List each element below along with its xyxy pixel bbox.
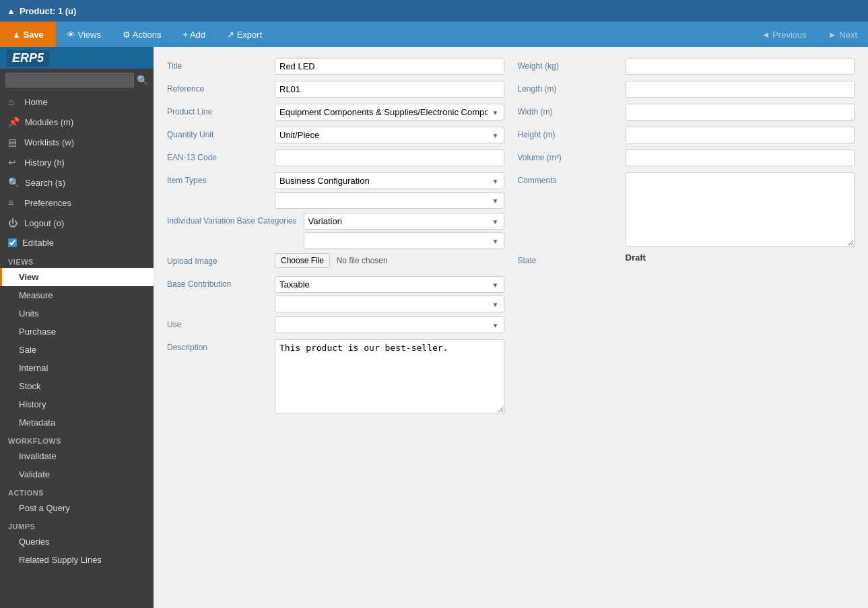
width-label: Width (m) <box>518 104 626 116</box>
sidebar-item-sale[interactable]: Sale <box>0 341 154 359</box>
sidebar-item-search[interactable]: 🔍 Search (s) <box>0 172 154 193</box>
length-row: Length (m) <box>518 81 855 100</box>
sidebar-item-worklists[interactable]: ▤ Worklists (w) <box>0 132 154 152</box>
length-label: Length (m) <box>518 81 626 94</box>
form-right-column: Weight (kg) Length (m) Width (m) <box>518 58 855 419</box>
modules-icon: 📌 <box>8 116 20 127</box>
search-input[interactable] <box>5 73 134 88</box>
ean13-input[interactable] <box>275 149 504 166</box>
volume-row: Volume (m³) <box>518 149 855 168</box>
sidebar-item-worklists-label: Worklists (w) <box>24 137 74 147</box>
reference-input[interactable] <box>275 81 504 98</box>
sidebar-item-preferences[interactable]: ≡ Preferences <box>0 193 154 213</box>
choose-file-button[interactable]: Choose File <box>275 253 330 268</box>
sidebar-item-internal[interactable]: Internal <box>0 359 154 377</box>
sidebar-item-queries[interactable]: Queries <box>0 533 154 551</box>
sidebar: ERP5 🔍 ⌂ Home 📌 Modules (m) ▤ Worklists … <box>0 47 154 608</box>
quantity-unit-select[interactable]: Unit/Piece <box>275 127 504 143</box>
logout-icon: ⏻ <box>8 217 19 228</box>
reference-field <box>275 81 504 98</box>
use-row: Use ▼ <box>167 316 504 335</box>
sidebar-item-modules[interactable]: 📌 Modules (m) <box>0 112 154 132</box>
comments-label: Comments <box>518 172 626 185</box>
sidebar-item-purchase[interactable]: Purchase <box>0 323 154 341</box>
item-types-select-1[interactable]: Business Configuration <box>275 172 504 189</box>
section-actions-label: ACTIONS <box>0 483 154 499</box>
product-line-row: Product Line Equipment Components & Supp… <box>167 104 504 123</box>
sidebar-editable-item: Editable <box>0 233 154 252</box>
sidebar-item-view[interactable]: View <box>0 268 154 286</box>
sidebar-editable-label: Editable <box>22 238 54 248</box>
sidebar-item-logout-label: Logout (o) <box>24 218 64 228</box>
sidebar-item-invalidate[interactable]: Invalidate <box>0 447 154 465</box>
sidebar-item-metadata[interactable]: Metadata <box>0 413 154 432</box>
sidebar-item-search-label: Search (s) <box>25 178 65 188</box>
form-grid: Title Reference Product Line <box>167 58 855 419</box>
form-left-column: Title Reference Product Line <box>167 58 504 419</box>
use-select[interactable] <box>275 316 504 333</box>
sidebar-item-history[interactable]: History <box>0 395 154 413</box>
height-field <box>626 127 855 143</box>
sidebar-item-history-label: History (h) <box>24 158 65 168</box>
height-input[interactable] <box>626 127 855 143</box>
title-field <box>275 58 504 75</box>
actions-button[interactable]: ⚙ Actions <box>112 22 172 47</box>
item-types-field: Business Configuration ▼ ▼ <box>275 172 504 209</box>
use-label: Use <box>167 316 275 329</box>
sidebar-item-post-query[interactable]: Post a Query <box>0 499 154 517</box>
state-value: Draft <box>626 249 646 263</box>
state-field: Draft <box>626 252 855 263</box>
height-label: Height (m) <box>518 127 626 139</box>
title-input[interactable] <box>275 58 504 75</box>
product-line-select[interactable]: Equipment Components & Supplies/Electron… <box>275 104 504 121</box>
comments-textarea[interactable] <box>626 172 855 246</box>
sidebar-item-validate[interactable]: Validate <box>0 465 154 483</box>
title-label: Title <box>167 58 275 71</box>
sidebar-item-preferences-label: Preferences <box>24 198 71 208</box>
views-button[interactable]: 👁 Views <box>56 22 112 47</box>
width-input[interactable] <box>626 104 855 121</box>
previous-button[interactable]: ◄ Previous <box>751 22 817 47</box>
sidebar-item-logout[interactable]: ⏻ Logout (o) <box>0 213 154 233</box>
description-textarea[interactable]: This product is our best-seller. <box>275 339 504 413</box>
weight-row: Weight (kg) <box>518 58 855 77</box>
search-icon[interactable]: 🔍 <box>137 75 148 86</box>
width-field <box>626 104 855 121</box>
sidebar-item-home[interactable]: ⌂ Home <box>0 92 154 112</box>
use-field: ▼ <box>275 316 504 333</box>
sidebar-item-units[interactable]: Units <box>0 304 154 323</box>
base-contribution-select-2[interactable] <box>275 296 504 312</box>
add-button[interactable]: + Add <box>172 22 216 47</box>
sidebar-item-measure[interactable]: Measure <box>0 286 154 304</box>
next-button[interactable]: ► Next <box>817 22 868 47</box>
product-line-label: Product Line <box>167 104 275 116</box>
description-row: Description This product is our best-sel… <box>167 339 504 415</box>
item-types-label: Item Types <box>167 172 275 185</box>
ind-variation-row: Individual Variation Base Categories Var… <box>167 213 504 249</box>
ind-variation-select-1[interactable]: Variation <box>304 213 504 230</box>
length-input[interactable] <box>626 81 855 98</box>
volume-input[interactable] <box>626 149 855 166</box>
main-layout: ERP5 🔍 ⌂ Home 📌 Modules (m) ▤ Worklists … <box>0 47 868 608</box>
comments-field <box>626 172 855 248</box>
sidebar-item-history-nav[interactable]: ↩ History (h) <box>0 152 154 172</box>
top-bar: ▲ Product: 1 (u) <box>0 0 868 22</box>
export-button[interactable]: ↗ Export <box>216 22 273 47</box>
ind-variation-select-2[interactable] <box>304 232 504 249</box>
sidebar-item-modules-label: Modules (m) <box>25 117 73 127</box>
sidebar-item-related-supply[interactable]: Related Supply Lines <box>0 551 154 569</box>
base-contribution-select-1[interactable]: Taxable <box>275 276 504 293</box>
state-label: State <box>518 252 626 265</box>
item-types-row: Item Types Business Configuration ▼ <box>167 172 504 209</box>
width-row: Width (m) <box>518 104 855 123</box>
sidebar-item-stock[interactable]: Stock <box>0 377 154 395</box>
save-button[interactable]: ▲ Save <box>0 22 56 47</box>
ind-variation-field: Variation ▼ ▼ <box>304 213 504 249</box>
quantity-unit-field: Unit/Piece ▼ <box>275 127 504 143</box>
editable-checkbox[interactable] <box>8 238 17 247</box>
ean13-label: EAN-13 Code <box>167 149 275 162</box>
section-workflows-label: WORKFLOWS <box>0 432 154 447</box>
item-types-select-2[interactable] <box>275 192 504 209</box>
weight-input[interactable] <box>626 58 855 75</box>
title-row: Title <box>167 58 504 77</box>
